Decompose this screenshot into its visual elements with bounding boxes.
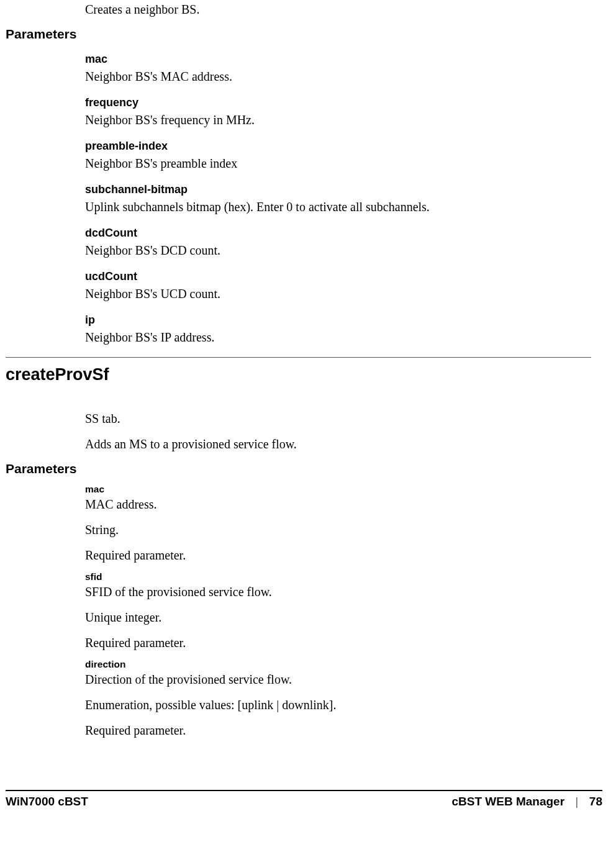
param-description: Neighbor BS's DCD count. [6,242,591,259]
page-footer: WiN7000 cBST cBST WEB Manager | 78 [6,790,602,808]
intro-description: Creates a neighbor BS. [6,1,591,18]
parameters-heading: Parameters [6,27,591,42]
param-name: mac [6,484,591,495]
neighbor-param-block: mac Neighbor BS's MAC address. [6,53,591,85]
param-line: Direction of the provisioned service flo… [6,671,591,688]
tab-location: SS tab. [6,410,591,427]
param-line: Enumeration, possible values: [uplink | … [6,697,591,713]
footer-row: WiN7000 cBST cBST WEB Manager | 78 [6,795,602,808]
param-description: Neighbor BS's UCD count. [6,286,591,302]
param-name: direction [6,659,591,670]
param-name: subchannel-bitmap [6,183,591,196]
param-line: MAC address. [6,496,591,513]
param-name: preamble-index [6,140,591,153]
param-line: String. [6,522,591,538]
footer-divider [6,790,602,791]
footer-right: cBST WEB Manager | 78 [451,795,602,808]
param-line: SFID of the provisioned service flow. [6,584,591,600]
page-number: 78 [589,795,602,808]
page-content: Creates a neighbor BS. Parameters mac Ne… [6,0,591,739]
neighbor-param-block: dcdCount Neighbor BS's DCD count. [6,227,591,259]
param-line: Unique integer. [6,609,591,626]
section-divider [6,357,591,358]
param-line: Required parameter. [6,547,591,564]
param-description: Neighbor BS's IP address. [6,329,591,346]
neighbor-param-block: ip Neighbor BS's IP address. [6,314,591,346]
manual-page: Creates a neighbor BS. Parameters mac Ne… [0,0,616,847]
param-name: sfid [6,571,591,582]
provsf-param-block: direction Direction of the provisioned s… [6,659,591,739]
parameters-heading: Parameters [6,461,591,476]
param-name: dcdCount [6,227,591,240]
param-description: Neighbor BS's frequency in MHz. [6,112,591,129]
section-title: createProvSf [6,365,591,384]
section-description: Adds an MS to a provisioned service flow… [6,436,591,453]
param-line: Required parameter. [6,635,591,651]
param-description: Uplink subchannels bitmap (hex). Enter 0… [6,199,591,215]
param-name: frequency [6,96,591,109]
neighbor-param-block: subchannel-bitmap Uplink subchannels bit… [6,183,591,215]
footer-section-label: cBST WEB Manager [451,795,564,808]
neighbor-param-block: preamble-index Neighbor BS's preamble in… [6,140,591,172]
param-line: Required parameter. [6,722,591,739]
neighbor-param-block: frequency Neighbor BS's frequency in MHz… [6,96,591,129]
provsf-param-block: mac MAC address. String. Required parame… [6,484,591,564]
param-name: ucdCount [6,270,591,283]
param-name: mac [6,53,591,66]
neighbor-param-block: ucdCount Neighbor BS's UCD count. [6,270,591,302]
footer-separator: | [576,795,578,808]
param-description: Neighbor BS's preamble index [6,155,591,172]
footer-left-text: WiN7000 cBST [6,795,88,808]
param-description: Neighbor BS's MAC address. [6,68,591,85]
param-name: ip [6,314,591,327]
provsf-param-block: sfid SFID of the provisioned service flo… [6,571,591,651]
